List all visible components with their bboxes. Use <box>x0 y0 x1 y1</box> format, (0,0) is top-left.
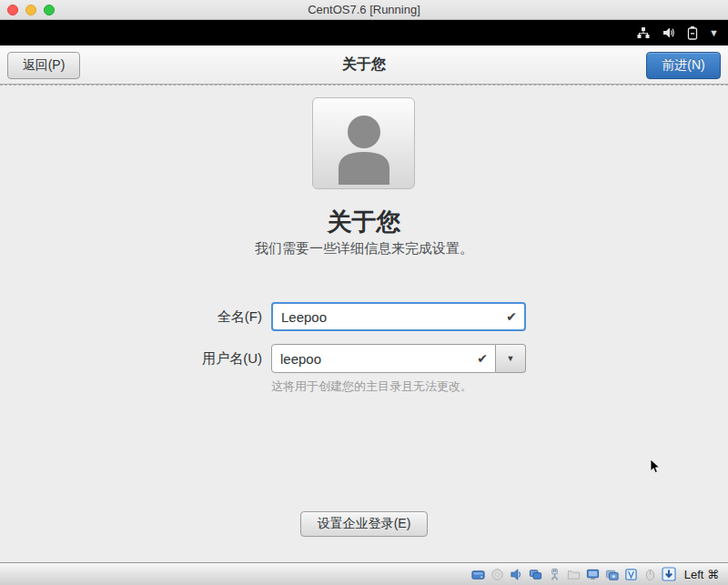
audio-icon[interactable] <box>509 567 524 582</box>
minimize-window-button[interactable] <box>25 5 36 15</box>
volume-icon <box>662 25 676 40</box>
username-dropdown-button[interactable]: ▼ <box>496 344 526 373</box>
network-adapters-icon[interactable] <box>528 567 543 582</box>
battery-icon <box>687 25 698 40</box>
window-title: CentOS7.6 [Running] <box>0 3 728 16</box>
mouse-integration-icon[interactable] <box>642 567 658 582</box>
vm-features-icon[interactable] <box>623 567 639 582</box>
keyboard-capture-icon[interactable] <box>662 567 677 582</box>
system-status-area[interactable]: ▼ <box>636 20 719 45</box>
fullscreen-window-button[interactable] <box>44 5 55 15</box>
setup-content: 关于您 我们需要一些详细信息来完成设置。 全名(F) ✔ 用户名(U) ✔ ▼ … <box>0 85 728 562</box>
page-subheading: 我们需要一些详细信息来完成设置。 <box>0 240 728 257</box>
username-label: 用户名(U) <box>126 350 262 368</box>
virtualbox-window: CentOS7.6 [Running] ▼ 关于您 返回(P) 前进(N) <box>0 0 728 585</box>
fullname-field-wrap: ✔ <box>271 302 526 331</box>
hard-disks-icon[interactable] <box>470 567 486 582</box>
vbox-status-bar: Left ⌘ <box>0 562 728 585</box>
setup-header-bar: 关于您 返回(P) 前进(N) <box>0 45 728 85</box>
display-icon[interactable] <box>585 567 601 582</box>
chevron-down-icon: ▼ <box>709 28 719 38</box>
close-window-button[interactable] <box>7 5 18 15</box>
username-hint: 这将用于创建您的主目录且无法更改。 <box>271 378 472 395</box>
fullname-label: 全名(F) <box>126 308 262 326</box>
mouse-cursor <box>650 459 661 479</box>
username-field-wrap: ✔ <box>271 344 496 373</box>
page-heading: 关于您 <box>0 206 728 238</box>
back-button[interactable]: 返回(P) <box>7 52 80 79</box>
username-input[interactable] <box>272 345 495 372</box>
dropdown-arrow-icon: ▼ <box>507 354 515 363</box>
wired-network-icon <box>636 25 651 40</box>
optical-drives-icon[interactable] <box>490 567 505 582</box>
recording-icon[interactable] <box>604 567 620 582</box>
window-controls <box>7 0 55 20</box>
shared-folders-icon[interactable] <box>566 567 581 582</box>
person-silhouette-icon <box>323 108 405 188</box>
macos-titlebar: CentOS7.6 [Running] <box>0 0 728 20</box>
usb-icon[interactable] <box>547 567 562 582</box>
gnome-top-bar: ▼ <box>0 20 728 45</box>
page-title: 关于您 <box>0 55 728 75</box>
forward-button[interactable]: 前进(N) <box>646 52 721 79</box>
enterprise-login-button[interactable]: 设置企业登录(E) <box>300 511 428 537</box>
host-key-label: Left ⌘ <box>684 568 719 581</box>
avatar[interactable] <box>312 97 415 189</box>
fullname-input[interactable] <box>273 304 524 329</box>
